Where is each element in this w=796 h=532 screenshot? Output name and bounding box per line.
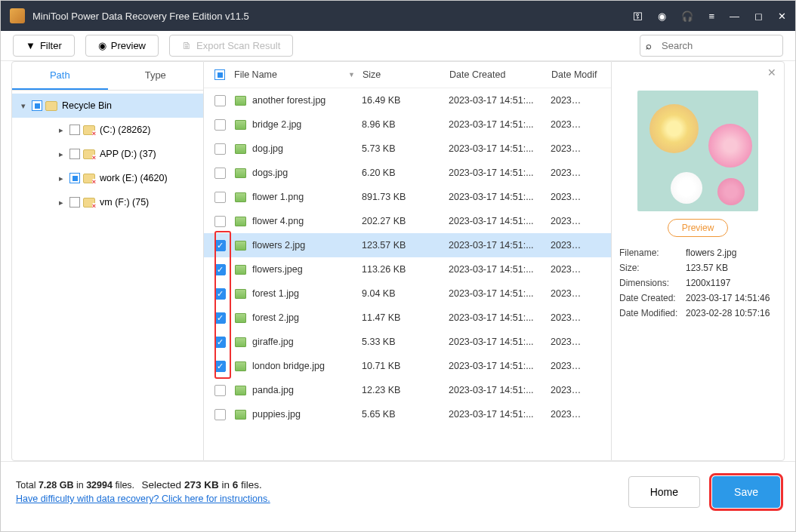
table-row[interactable]: giraffe.jpg5.33 KB2023-03-17 14:51:...20… — [204, 330, 611, 354]
cell-date-modified: 2023… — [551, 288, 599, 299]
table-row[interactable]: bridge 2.jpg8.96 KB2023-03-17 14:51:...2… — [204, 112, 611, 137]
checkbox[interactable] — [69, 173, 80, 183]
save-button[interactable]: Save — [712, 476, 780, 508]
folder-deleted-icon — [83, 149, 95, 159]
folder-deleted-icon — [83, 174, 95, 183]
cell-size: 16.49 KB — [362, 95, 449, 106]
checkbox[interactable] — [69, 125, 80, 135]
footer: Total 7.28 GB in 32994 files. Selected 2… — [1, 461, 795, 521]
col-filename[interactable]: File Name▼ — [234, 69, 363, 80]
checkbox[interactable] — [69, 197, 80, 208]
cell-date-created: 2023-03-17 14:51:... — [449, 337, 551, 347]
tab-path[interactable]: Path — [12, 62, 108, 90]
table-row[interactable]: dog.jpg5.73 KB2023-03-17 14:51:...2023… — [204, 137, 611, 161]
meta-label: Filename: — [619, 248, 686, 258]
table-row[interactable]: flower 4.png202.27 KB2023-03-17 14:51:..… — [204, 209, 611, 233]
checkbox[interactable] — [69, 149, 80, 159]
cell-date-created: 2023-03-17 14:51:... — [449, 192, 551, 202]
cell-date-created: 2023-03-17 14:51:... — [449, 385, 551, 395]
preview-button[interactable]: ◉Preview — [85, 35, 159, 57]
row-checkbox[interactable] — [214, 192, 226, 203]
row-checkbox[interactable] — [214, 168, 226, 179]
table-row[interactable]: flowers 2.jpg123.57 KB2023-03-17 14:51:.… — [204, 233, 611, 257]
checkbox[interactable] — [32, 100, 42, 111]
col-date-created[interactable]: Date Created — [449, 69, 551, 80]
preview-open-button[interactable]: Preview — [668, 219, 729, 237]
row-checkbox[interactable] — [214, 361, 226, 372]
image-file-icon — [235, 241, 246, 251]
select-all-checkbox[interactable] — [214, 69, 225, 80]
row-checkbox[interactable] — [214, 312, 226, 324]
tab-type[interactable]: Type — [108, 62, 204, 90]
table-row[interactable]: puppies.jpg5.65 KB2023-03-17 14:51:...20… — [204, 402, 611, 426]
row-checkbox[interactable] — [214, 143, 226, 155]
chevron-right-icon[interactable]: ▸ — [56, 198, 66, 208]
cell-date-modified: 2023… — [551, 192, 599, 202]
chevron-right-icon[interactable]: ▸ — [56, 174, 66, 183]
col-size[interactable]: Size — [363, 69, 449, 80]
col-date-modified[interactable]: Date Modif — [551, 69, 600, 80]
row-checkbox[interactable] — [214, 409, 226, 420]
cell-date-created: 2023-03-17 14:51:... — [449, 216, 551, 226]
chevron-right-icon[interactable]: ▸ — [56, 125, 66, 135]
table-row[interactable]: london bridge.jpg10.71 KB2023-03-17 14:5… — [204, 354, 611, 378]
key-icon[interactable]: ⚿ — [633, 11, 643, 22]
image-file-icon — [235, 337, 246, 347]
image-file-icon — [235, 410, 246, 420]
titlebar: MiniTool Power Data Recovery Free Editio… — [1, 1, 795, 31]
row-checkbox[interactable] — [214, 216, 226, 227]
minimize-icon[interactable]: — — [730, 11, 739, 22]
folder-icon — [45, 101, 57, 111]
preview-image — [637, 91, 758, 211]
total-summary: Total 7.28 GB in 32994 files. — [16, 480, 134, 490]
row-checkbox[interactable] — [214, 240, 226, 251]
cell-filename: flower 1.png — [252, 192, 362, 202]
chevron-down-icon[interactable]: ▾ — [18, 101, 29, 111]
image-file-icon — [235, 386, 246, 395]
table-row[interactable]: forest 2.jpg11.47 KB2023-03-17 14:51:...… — [204, 306, 611, 330]
table-row[interactable]: flowers.jpeg113.26 KB2023-03-17 14:51:..… — [204, 257, 611, 281]
filter-button[interactable]: ▼Filter — [13, 35, 75, 57]
menu-icon[interactable]: ≡ — [708, 11, 714, 22]
row-checkbox[interactable] — [214, 288, 226, 300]
row-checkbox[interactable] — [214, 95, 226, 106]
cell-filename: dog.jpg — [252, 143, 362, 154]
close-preview-icon[interactable]: ✕ — [767, 66, 776, 78]
tree-root-recycle-bin[interactable]: ▾ Recycle Bin — [12, 94, 203, 118]
image-file-icon — [235, 120, 246, 130]
cell-size: 891.73 KB — [362, 192, 449, 202]
meta-value: 2023-02-28 10:57:16 — [686, 308, 770, 318]
table-row[interactable]: panda.jpg12.23 KB2023-03-17 14:51:...202… — [204, 378, 611, 402]
tree-item-app-d[interactable]: ▸ APP (D:) (37) — [12, 142, 203, 166]
meta-label: Dimensions: — [619, 278, 686, 288]
search-input[interactable] — [640, 35, 783, 57]
row-checkbox[interactable] — [214, 385, 226, 396]
cell-size: 5.65 KB — [362, 409, 449, 420]
row-checkbox[interactable] — [214, 337, 226, 348]
cell-size: 9.04 KB — [362, 288, 449, 299]
home-button[interactable]: Home — [628, 476, 700, 508]
chevron-right-icon[interactable]: ▸ — [56, 149, 66, 159]
cell-size: 6.20 KB — [362, 168, 449, 178]
cell-filename: flowers 2.jpg — [252, 240, 362, 251]
cell-filename: another forest.jpg — [252, 95, 362, 106]
maximize-icon[interactable]: ◻ — [754, 11, 763, 22]
tree-item-work-e[interactable]: ▸ work (E:) (4620) — [12, 166, 203, 190]
row-checkbox[interactable] — [214, 119, 226, 131]
table-row[interactable]: forest 1.jpg9.04 KB2023-03-17 14:51:...2… — [204, 281, 611, 306]
disc-icon[interactable]: ◉ — [658, 11, 666, 22]
table-row[interactable]: flower 1.png891.73 KB2023-03-17 14:51:..… — [204, 185, 611, 209]
cell-date-created: 2023-03-17 14:51:... — [449, 264, 551, 275]
row-checkbox[interactable] — [214, 264, 226, 275]
cell-date-created: 2023-03-17 14:51:... — [449, 409, 551, 420]
help-link[interactable]: Have difficulty with data recovery? Clic… — [16, 494, 270, 504]
cell-size: 202.27 KB — [362, 216, 449, 226]
tree-item-c[interactable]: ▸ (C:) (28262) — [12, 118, 203, 142]
table-row[interactable]: dogs.jpg6.20 KB2023-03-17 14:51:...2023… — [204, 161, 611, 185]
cell-size: 8.96 KB — [362, 119, 449, 130]
tree-item-vm-f[interactable]: ▸ vm (F:) (75) — [12, 190, 203, 214]
table-row[interactable]: another forest.jpg16.49 KB2023-03-17 14:… — [204, 88, 611, 112]
image-file-icon — [235, 361, 246, 371]
close-icon[interactable]: ✕ — [778, 11, 786, 22]
headphones-icon[interactable]: 🎧 — [681, 11, 693, 22]
